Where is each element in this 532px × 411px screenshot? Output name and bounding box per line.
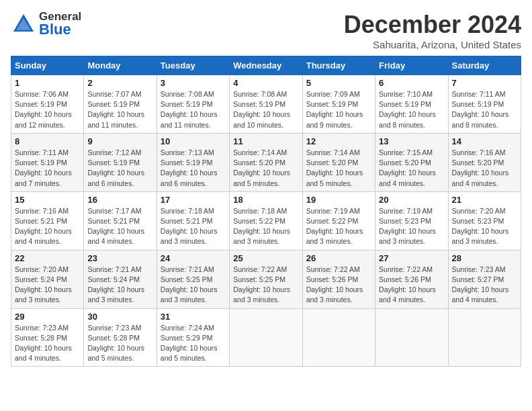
daylight-text: Daylight: 10 hours and 3 minutes. [306,285,371,305]
calendar-cell: 8Sunrise: 7:11 AMSunset: 5:19 PMDaylight… [11,133,84,191]
day-number: 17 [161,195,226,205]
column-header-thursday: Thursday [302,56,375,75]
sunrise-text: Sunrise: 7:19 AM [306,206,371,216]
daylight-text: Daylight: 10 hours and 3 minutes. [233,285,298,305]
sunrise-text: Sunrise: 7:18 AM [161,206,226,216]
sunrise-text: Sunrise: 7:23 AM [87,323,152,333]
sunset-text: Sunset: 5:20 PM [233,158,298,168]
calendar-cell: 1Sunrise: 7:06 AMSunset: 5:19 PMDaylight… [11,75,84,134]
day-number: 27 [379,253,444,263]
calendar-week-row: 29Sunrise: 7:23 AMSunset: 5:28 PMDayligh… [11,308,521,367]
day-number: 2 [87,78,152,88]
sunrise-text: Sunrise: 7:21 AM [161,265,226,275]
day-info: Sunrise: 7:22 AMSunset: 5:26 PMDaylight:… [379,265,444,306]
calendar-cell: 5Sunrise: 7:09 AMSunset: 5:19 PMDaylight… [302,75,375,134]
sunrise-text: Sunrise: 7:18 AM [233,206,298,216]
sunrise-text: Sunrise: 7:10 AM [379,89,444,99]
daylight-text: Daylight: 10 hours and 4 minutes. [452,168,517,188]
location-title: Sahuarita, Arizona, United States [344,39,521,50]
day-number: 29 [15,312,80,322]
daylight-text: Daylight: 10 hours and 5 minutes. [161,343,226,363]
calendar-cell: 19Sunrise: 7:19 AMSunset: 5:22 PMDayligh… [302,191,375,250]
logo-name: General Blue [39,11,81,37]
calendar-cell: 18Sunrise: 7:18 AMSunset: 5:22 PMDayligh… [230,191,302,250]
calendar-cell: 16Sunrise: 7:17 AMSunset: 5:21 PMDayligh… [84,191,157,250]
sunset-text: Sunset: 5:28 PM [87,333,152,343]
daylight-text: Daylight: 10 hours and 8 minutes. [452,109,517,130]
sunrise-text: Sunrise: 7:15 AM [379,148,444,158]
day-info: Sunrise: 7:23 AMSunset: 5:28 PMDaylight:… [87,323,152,364]
day-number: 21 [452,195,517,205]
sunset-text: Sunset: 5:21 PM [161,216,226,226]
sunset-text: Sunset: 5:19 PM [161,99,226,109]
daylight-text: Daylight: 10 hours and 4 minutes. [452,285,517,305]
day-info: Sunrise: 7:21 AMSunset: 5:24 PMDaylight:… [87,265,152,306]
sunset-text: Sunset: 5:20 PM [379,158,444,168]
day-info: Sunrise: 7:06 AMSunset: 5:19 PMDaylight:… [15,89,80,130]
sunrise-text: Sunrise: 7:20 AM [15,265,80,275]
calendar-table: SundayMondayTuesdayWednesdayThursdayFrid… [11,56,521,367]
calendar-cell: 29Sunrise: 7:23 AMSunset: 5:28 PMDayligh… [11,308,84,367]
calendar-cell: 25Sunrise: 7:22 AMSunset: 5:25 PMDayligh… [230,250,302,308]
sunset-text: Sunset: 5:23 PM [379,216,444,226]
calendar-cell: 26Sunrise: 7:22 AMSunset: 5:26 PMDayligh… [302,250,375,308]
daylight-text: Daylight: 10 hours and 3 minutes. [452,226,517,246]
daylight-text: Daylight: 10 hours and 5 minutes. [233,168,298,188]
day-number: 30 [87,312,152,322]
sunrise-text: Sunrise: 7:14 AM [306,148,371,158]
calendar-cell: 23Sunrise: 7:21 AMSunset: 5:24 PMDayligh… [84,250,157,308]
day-number: 16 [87,195,152,205]
sunset-text: Sunset: 5:22 PM [306,216,371,226]
daylight-text: Daylight: 10 hours and 3 minutes. [161,285,226,305]
sunrise-text: Sunrise: 7:07 AM [87,89,152,99]
calendar-cell: 14Sunrise: 7:16 AMSunset: 5:20 PMDayligh… [448,133,521,191]
calendar-cell: 11Sunrise: 7:14 AMSunset: 5:20 PMDayligh… [230,133,302,191]
calendar-week-row: 15Sunrise: 7:16 AMSunset: 5:21 PMDayligh… [11,191,521,250]
daylight-text: Daylight: 10 hours and 8 minutes. [379,109,444,130]
calendar-cell: 7Sunrise: 7:11 AMSunset: 5:19 PMDaylight… [448,75,521,134]
calendar-week-row: 1Sunrise: 7:06 AMSunset: 5:19 PMDaylight… [11,75,521,134]
day-info: Sunrise: 7:08 AMSunset: 5:19 PMDaylight:… [161,89,226,130]
sunrise-text: Sunrise: 7:17 AM [87,206,152,216]
sunrise-text: Sunrise: 7:23 AM [452,265,517,275]
daylight-text: Daylight: 10 hours and 4 minutes. [379,168,444,188]
day-info: Sunrise: 7:12 AMSunset: 5:19 PMDaylight:… [87,148,152,189]
day-number: 3 [161,78,226,88]
sunrise-text: Sunrise: 7:06 AM [15,89,80,99]
sunrise-text: Sunrise: 7:16 AM [452,148,517,158]
calendar-cell: 17Sunrise: 7:18 AMSunset: 5:21 PMDayligh… [157,191,229,250]
daylight-text: Daylight: 10 hours and 3 minutes. [306,226,371,246]
day-info: Sunrise: 7:09 AMSunset: 5:19 PMDaylight:… [306,89,371,130]
column-header-wednesday: Wednesday [230,56,302,75]
title-area: December 2024 Sahuarita, Arizona, United… [344,11,521,50]
day-info: Sunrise: 7:24 AMSunset: 5:29 PMDaylight:… [161,323,226,364]
sunset-text: Sunset: 5:19 PM [161,158,226,168]
day-info: Sunrise: 7:16 AMSunset: 5:20 PMDaylight:… [452,148,517,189]
calendar-cell: 12Sunrise: 7:14 AMSunset: 5:20 PMDayligh… [302,133,375,191]
daylight-text: Daylight: 10 hours and 5 minutes. [306,168,371,188]
day-number: 15 [15,195,80,205]
day-info: Sunrise: 7:20 AMSunset: 5:23 PMDaylight:… [452,206,517,247]
day-info: Sunrise: 7:19 AMSunset: 5:23 PMDaylight:… [379,206,444,247]
day-number: 28 [452,253,517,263]
calendar-week-row: 8Sunrise: 7:11 AMSunset: 5:19 PMDaylight… [11,133,521,191]
sunset-text: Sunset: 5:19 PM [379,99,444,109]
daylight-text: Daylight: 10 hours and 4 minutes. [15,226,80,246]
sunrise-text: Sunrise: 7:13 AM [161,148,226,158]
calendar-cell: 27Sunrise: 7:22 AMSunset: 5:26 PMDayligh… [375,250,448,308]
calendar-week-row: 22Sunrise: 7:20 AMSunset: 5:24 PMDayligh… [11,250,521,308]
day-number: 9 [87,136,152,146]
day-info: Sunrise: 7:19 AMSunset: 5:22 PMDaylight:… [306,206,371,247]
calendar-cell: 22Sunrise: 7:20 AMSunset: 5:24 PMDayligh… [11,250,84,308]
sunrise-text: Sunrise: 7:19 AM [379,206,444,216]
day-number: 20 [379,195,444,205]
day-info: Sunrise: 7:22 AMSunset: 5:26 PMDaylight:… [306,265,371,306]
day-number: 19 [306,195,371,205]
calendar-cell: 15Sunrise: 7:16 AMSunset: 5:21 PMDayligh… [11,191,84,250]
day-info: Sunrise: 7:15 AMSunset: 5:20 PMDaylight:… [379,148,444,189]
daylight-text: Daylight: 10 hours and 11 minutes. [87,109,152,130]
day-number: 8 [15,136,80,146]
daylight-text: Daylight: 10 hours and 3 minutes. [15,285,80,305]
day-number: 6 [379,78,444,88]
daylight-text: Daylight: 10 hours and 6 minutes. [161,168,226,188]
